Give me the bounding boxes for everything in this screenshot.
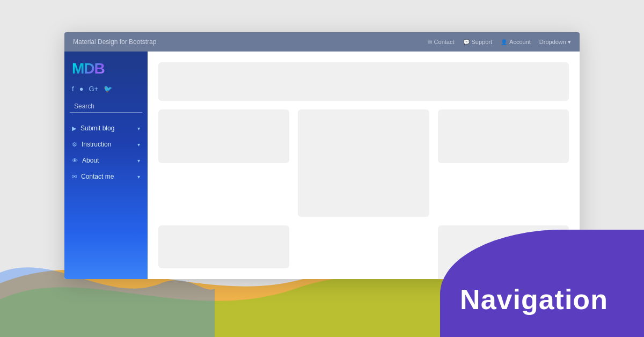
navbar-account[interactable]: 👤 Account (501, 39, 531, 46)
sidebar-item-instruction[interactable]: ⚙ Instruction ▾ (64, 136, 148, 152)
navbar-brand: Material Design for Bootstrap (73, 38, 428, 46)
placeholder-card-3 (438, 109, 569, 163)
sidebar-social: f ● G+ 🐦 (64, 85, 148, 100)
sidebar-item-submit-blog[interactable]: ▶ Submit blog ▾ (64, 120, 148, 136)
contact-me-label: Contact me (81, 173, 137, 180)
contact-me-icon: ✉ (72, 173, 77, 180)
support-icon: 💬 (463, 39, 470, 45)
logo-text: MDB (72, 60, 105, 77)
contact-icon: ✉ (428, 39, 432, 45)
dropdown-label: Dropdown ▾ (539, 39, 571, 46)
account-label: Account (509, 39, 531, 45)
navbar-support[interactable]: 💬 Support (463, 39, 493, 46)
navbar-contact[interactable]: ✉ Contact (428, 39, 455, 46)
chevron-down-icon: ▾ (137, 174, 140, 180)
sidebar-item-contact-me[interactable]: ✉ Contact me ▾ (64, 169, 148, 185)
chevron-down-icon: ▾ (137, 142, 140, 148)
chevron-down-icon: ▾ (137, 126, 140, 131)
instruction-icon: ⚙ (72, 141, 77, 148)
placeholder-card-2-tall (298, 109, 429, 217)
navbar-links: ✉ Contact 💬 Support 👤 Account Dropdown ▾ (428, 39, 571, 46)
placeholder-card-4 (158, 225, 289, 268)
pinterest-icon[interactable]: ● (79, 85, 84, 93)
top-navbar: Material Design for Bootstrap ✉ Contact … (64, 32, 580, 52)
content-row-2 (158, 109, 569, 217)
instruction-label: Instruction (82, 141, 137, 148)
placeholder-card-1 (158, 109, 289, 163)
submit-blog-label: Submit blog (80, 124, 137, 132)
twitter-icon[interactable]: 🐦 (104, 85, 112, 93)
submit-blog-icon: ▶ (72, 125, 76, 132)
support-label: Support (472, 39, 493, 45)
facebook-icon[interactable]: f (72, 85, 74, 93)
about-label: About (82, 157, 137, 164)
content-row-1 (158, 62, 569, 101)
navbar-dropdown[interactable]: Dropdown ▾ (539, 39, 571, 46)
contact-label: Contact (434, 39, 455, 45)
placeholder-wide-card (158, 62, 569, 101)
sidebar: MDB f ● G+ 🐦 ▶ Submit blog ▾ ⚙ Instructi… (64, 52, 148, 279)
sidebar-logo-area: MDB (64, 60, 148, 85)
sidebar-item-about[interactable]: 👁 About ▾ (64, 152, 148, 169)
google-plus-icon[interactable]: G+ (89, 85, 98, 93)
account-icon: 👤 (501, 39, 507, 45)
chevron-down-icon: ▾ (137, 158, 140, 164)
search-input[interactable] (70, 100, 142, 113)
about-icon: 👁 (72, 157, 78, 164)
navigation-label: Navigation (460, 251, 624, 316)
sidebar-menu: ▶ Submit blog ▾ ⚙ Instruction ▾ 👁 About … (64, 120, 148, 185)
